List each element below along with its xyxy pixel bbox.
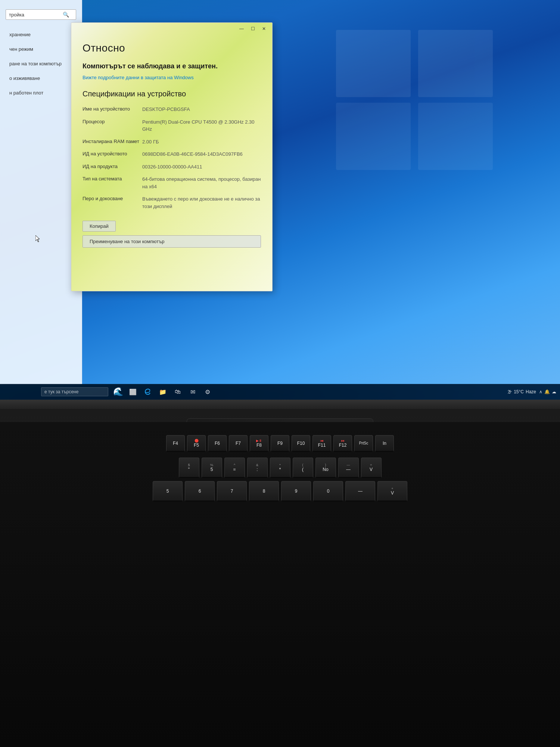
key-f12[interactable]: ⏭ F12 (333, 435, 352, 452)
sidebar-search-box[interactable]: 🔍 (6, 9, 76, 20)
key-7[interactable]: 7 (217, 481, 247, 502)
close-button[interactable]: ✕ (259, 25, 269, 32)
key-f5[interactable]: 🔴 F5 (187, 435, 206, 452)
key-9[interactable]: 9 (281, 481, 311, 502)
key-plus-v[interactable]: + V (361, 458, 382, 478)
weather-temp: 15°C (514, 389, 524, 394)
weather-condition: Haze (526, 389, 536, 394)
key-f4[interactable]: F4 (166, 435, 185, 452)
key-f7[interactable]: F7 (229, 435, 248, 452)
settings-sidebar: 🔍 хранение чен режим ране на този компют… (0, 0, 82, 385)
taskbar-system-tray: 🌫 15°C Haze ∧ 🔔 ☁ (507, 389, 560, 394)
key-6[interactable]: 6 (185, 481, 215, 502)
spec-row-device-id: ИД на устройството 0698DD86-EA0B-46CE-95… (83, 151, 261, 158)
key-percent[interactable]: % 5 (202, 458, 222, 478)
notification-icon[interactable]: 🔔 (544, 389, 550, 394)
key-asterisk[interactable]: * * (270, 458, 290, 478)
sidebar-item-rename-pc[interactable]: ране на този компютър (6, 56, 82, 71)
mouse-cursor (35, 235, 40, 244)
key-f10[interactable]: F10 (292, 435, 310, 452)
sidebar-menu: хранение чен режим ране на този компютър… (0, 27, 82, 100)
sidebar-search-input[interactable] (9, 12, 61, 18)
specs-table: Име на устройството DESKTOP-PCBGSFA Проц… (83, 106, 261, 210)
spec-value-device-id: 0698DD86-EA0B-46CE-9584-14D3AC097FB6 (142, 151, 261, 158)
window-title: Относно (83, 42, 261, 54)
win-quad-bl (336, 103, 411, 170)
keyboard-number-row: $ " % 5 ^ = & : * * ( ( ) Nо — — (7, 458, 553, 478)
copy-button[interactable]: Копирай (83, 221, 116, 232)
spec-value-ram: 2.00 ГБ (142, 138, 261, 146)
key-lparen[interactable]: ( ( (293, 458, 313, 478)
store-icon[interactable]: 🛍 (172, 386, 184, 398)
key-plus[interactable]: + V (377, 481, 407, 502)
security-link[interactable]: Вижте подробните данни в защитата на Win… (83, 75, 261, 80)
taskbar: е тук за търсене 🌊 ⬜ 📁 🛍 ✉ ⚙ 🌫 15°C Haze (0, 384, 560, 400)
settings-taskbar-icon[interactable]: ⚙ (202, 386, 214, 398)
spec-label-product-id: ИД на продукта (83, 163, 142, 169)
spec-label-processor: Процесор (83, 118, 142, 124)
spec-label-pen-touch: Перо и докосване (83, 195, 142, 201)
minimize-button[interactable]: — (236, 25, 247, 32)
task-view-icon[interactable]: ⬜ (127, 386, 139, 398)
key-f8[interactable]: ▶⏸ F8 (250, 435, 268, 452)
edge-browser-icon[interactable] (142, 386, 154, 398)
key-dash[interactable]: — — (338, 458, 359, 478)
spec-value-device-name: DESKTOP-PCBGSFA (142, 106, 261, 113)
win-quad-br (418, 103, 493, 170)
key-insert[interactable]: In (375, 435, 394, 452)
key-prtsc[interactable]: PrtSc (354, 435, 373, 452)
mail-icon[interactable]: ✉ (187, 386, 199, 398)
spec-row-processor: Процесор Pentium(R) Dual-Core CPU T4500 … (83, 118, 261, 133)
windows-logo-bg (336, 30, 504, 172)
cloud-icon[interactable]: ☁ (552, 389, 556, 394)
sidebar-item-storage[interactable]: хранение (6, 27, 82, 42)
laptop-screen: 🔍 хранение чен режим ране на този компют… (0, 0, 560, 400)
spec-value-product-id: 00326-10000-00000-AA411 (142, 163, 261, 171)
spec-row-pen-touch: Перо и докосване Въвеждането с перо или … (83, 195, 261, 210)
security-status-text: Компютърът се наблюдава и е защитен. (83, 62, 261, 71)
desktop-background: 🔍 хранение чен режим ране на този компют… (0, 0, 560, 385)
key-f11[interactable]: ⏮ F11 (312, 435, 331, 452)
spec-value-pen-touch: Въвеждането с перо или докосване не е на… (142, 195, 261, 210)
key-rparen-no[interactable]: ) Nо (315, 458, 336, 478)
sidebar-item-experience[interactable]: о изживяване (6, 71, 82, 86)
key-minus[interactable]: — (345, 481, 375, 502)
rename-pc-button[interactable]: Преименуване на този компютър (83, 235, 261, 248)
key-f9[interactable]: F9 (271, 435, 289, 452)
sidebar-item-dark-mode[interactable]: чен режим (6, 42, 82, 56)
spec-row-product-id: ИД на продукта 00326-10000-00000-AA411 (83, 163, 261, 171)
key-5[interactable]: 5 (153, 481, 183, 502)
weather-widget: 🌫 15°C Haze (507, 389, 536, 394)
show-hidden-icons[interactable]: ∧ (539, 389, 542, 394)
window-titlebar: — ☐ ✕ (71, 23, 272, 35)
spec-value-processor: Pentium(R) Dual-Core CPU T4500 @ 2.30GHz… (142, 118, 261, 133)
key-ampersand-colon[interactable]: & : (247, 458, 268, 478)
taskbar-search-text: е тук за търсене (44, 389, 78, 394)
win-quad-tr (418, 30, 493, 97)
key-caret-equals[interactable]: ^ = (224, 458, 245, 478)
sidebar-item-desktop[interactable]: н работен плот (6, 86, 82, 100)
system-tray-icons: ∧ 🔔 ☁ (539, 389, 556, 394)
cortana-icon[interactable]: 🌊 (112, 386, 124, 398)
taskbar-search-box[interactable]: е тук за търсене (41, 387, 108, 396)
search-icon: 🔍 (63, 12, 69, 18)
key-0[interactable]: 0 (313, 481, 343, 502)
svg-marker-0 (35, 235, 40, 242)
spec-label-ram: Инсталирана RAM памет (83, 138, 142, 144)
key-dollar-quote[interactable]: $ " (179, 458, 199, 478)
key-f6[interactable]: F6 (208, 435, 227, 452)
file-explorer-icon[interactable]: 📁 (157, 386, 169, 398)
laptop-hinge (0, 400, 560, 409)
weather-icon: 🌫 (507, 389, 512, 394)
key-8[interactable]: 8 (249, 481, 279, 502)
keyboard-area: F4 🔴 F5 F6 F7 ▶⏸ F8 F9 F10 ⏮ F11 ⏭ F12 (0, 422, 560, 747)
taskbar-icons: 🌊 ⬜ 📁 🛍 ✉ ⚙ (112, 386, 214, 398)
window-content: Относно Компютърът се наблюдава и е защи… (71, 35, 272, 291)
spec-value-system-type: 64-битова операционна система, процесор,… (142, 176, 261, 190)
keyboard-bottom-row: 5 6 7 8 9 0 — + V (7, 481, 553, 502)
spec-row-ram: Инсталирана RAM памет 2.00 ГБ (83, 138, 261, 146)
maximize-button[interactable]: ☐ (248, 25, 258, 32)
keyboard-fn-row: F4 🔴 F5 F6 F7 ▶⏸ F8 F9 F10 ⏮ F11 ⏭ F12 (7, 430, 553, 452)
spec-label-device-id: ИД на устройството (83, 151, 142, 156)
win-quad-tl (336, 30, 411, 97)
